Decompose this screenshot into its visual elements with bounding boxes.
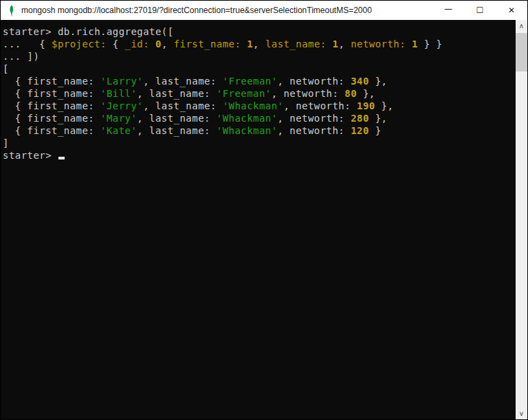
window-controls: — ☐ ✕ — [432, 1, 527, 20]
close-icon: ✕ — [508, 5, 515, 15]
scrollbar-thumb[interactable] — [516, 33, 527, 71]
chevron-up-icon: ∧ — [519, 23, 524, 30]
window-title: mongosh mongodb://localhost:27019/?direc… — [21, 5, 432, 15]
minimize-icon: — — [444, 4, 452, 14]
maximize-icon: ☐ — [476, 5, 484, 15]
terminal-line: { first_name: 'Bill', last_name: 'Freema… — [3, 87, 516, 100]
scroll-up-button[interactable]: ∧ — [516, 20, 527, 32]
terminal-line: { first_name: 'Kate', last_name: 'Whackm… — [3, 124, 516, 137]
maximize-button[interactable]: ☐ — [464, 1, 496, 20]
close-button[interactable]: ✕ — [496, 1, 527, 20]
vertical-scrollbar[interactable]: ∧ ∨ — [516, 20, 527, 419]
terminal-viewport[interactable]: starter> db.rich.aggregate([... { $proje… — [1, 20, 516, 419]
terminal-line: { first_name: 'Jerry', last_name: 'Whack… — [3, 100, 516, 112]
terminal-line: [ — [3, 63, 516, 75]
terminal-line: { first_name: 'Larry', last_name: 'Freem… — [3, 75, 516, 87]
terminal-cursor — [58, 157, 65, 159]
mongodb-leaf-icon — [8, 5, 16, 16]
terminal-line: { first_name: 'Mary', last_name: 'Whackm… — [3, 112, 516, 124]
terminal-line: starter> db.rich.aggregate([ — [3, 25, 516, 38]
terminal-lines: starter> db.rich.aggregate([... { $proje… — [3, 25, 516, 162]
scroll-down-button[interactable]: ∨ — [516, 408, 527, 419]
terminal-line: ] — [3, 137, 516, 149]
terminal-line: starter> — [3, 149, 516, 162]
mongosh-window: mongosh mongodb://localhost:27019/?direc… — [0, 0, 528, 420]
chevron-down-icon: ∨ — [519, 410, 524, 417]
title-bar: mongosh mongodb://localhost:27019/?direc… — [1, 1, 527, 20]
terminal-line: ... ]) — [3, 50, 516, 63]
minimize-button[interactable]: — — [432, 1, 464, 20]
terminal-line: ... { $project: { _id: 0, first_name: 1,… — [3, 38, 516, 50]
